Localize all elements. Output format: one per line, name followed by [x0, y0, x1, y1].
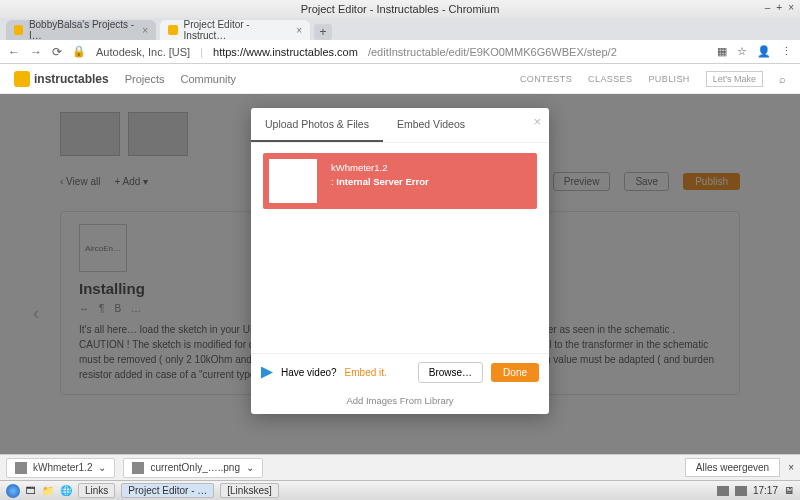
brand-text: instructables: [34, 72, 109, 86]
tab-close-icon[interactable]: ×: [296, 25, 302, 36]
video-prompt: Have video?: [281, 367, 337, 378]
tab-upload[interactable]: Upload Photos & Files: [251, 108, 383, 142]
tab-title: Project Editor - Instruct…: [184, 19, 291, 41]
download-item[interactable]: kWhmeter1.2 ⌄: [6, 458, 115, 478]
close-shelf-button[interactable]: ×: [788, 462, 794, 473]
chevron-down-icon[interactable]: ⌄: [98, 462, 106, 473]
nav-publish[interactable]: PUBLISH: [648, 74, 689, 84]
taskbar-item[interactable]: Links: [78, 483, 115, 498]
search-icon[interactable]: ⌕: [779, 73, 786, 85]
robot-icon: [14, 71, 30, 87]
lock-icon[interactable]: 🔒: [72, 45, 86, 58]
upload-filename: kWhmeter1.2: [331, 161, 429, 175]
modal-close-button[interactable]: ×: [533, 114, 541, 129]
extension-icon[interactable]: ▦: [717, 45, 727, 58]
show-all-downloads-button[interactable]: Alles weergeven: [685, 458, 780, 477]
nav-reload-button[interactable]: ⟳: [52, 45, 62, 59]
download-shelf: kWhmeter1.2 ⌄ currentOnly_…..png ⌄ Alles…: [0, 454, 800, 480]
nav-projects[interactable]: Projects: [125, 73, 165, 85]
quicklaunch-icon[interactable]: 🌐: [60, 485, 72, 496]
done-button[interactable]: Done: [491, 363, 539, 382]
window-minimize-button[interactable]: –: [765, 2, 771, 13]
tab-close-icon[interactable]: ×: [142, 25, 148, 36]
embed-link[interactable]: Embed it.: [345, 367, 387, 378]
browser-tab[interactable]: Project Editor - Instruct… ×: [160, 20, 310, 40]
security-label: Autodesk, Inc. [US]: [96, 46, 190, 58]
taskbar-item[interactable]: [Linkskes]: [220, 483, 278, 498]
nav-back-button[interactable]: ←: [8, 45, 20, 59]
address-bar: ← → ⟳ 🔒 Autodesk, Inc. [US] | https://ww…: [0, 40, 800, 64]
upload-modal: × Upload Photos & Files Embed Videos kWh…: [251, 108, 549, 414]
start-menu-button[interactable]: [6, 484, 20, 498]
tray-monitor-icon[interactable]: 🖥: [784, 485, 794, 496]
profile-icon[interactable]: 👤: [757, 45, 771, 58]
upload-error-card: kWhmeter1.2 : Internal Server Error: [263, 153, 537, 209]
chevron-down-icon[interactable]: ⌄: [246, 462, 254, 473]
login-button[interactable]: Let's Make: [706, 71, 763, 87]
tab-embed-videos[interactable]: Embed Videos: [383, 108, 479, 142]
browser-tabstrip: BobbyBalsa's Projects - I… × Project Edi…: [0, 18, 800, 40]
tray-volume-icon[interactable]: [735, 486, 747, 496]
upload-error-message: Internal Server Error: [336, 176, 428, 187]
url-host[interactable]: https://www.instructables.com: [213, 46, 358, 58]
bookmark-icon[interactable]: ☆: [737, 45, 747, 58]
favicon-icon: [168, 25, 178, 35]
file-thumbnail: [269, 159, 317, 203]
nav-forward-button[interactable]: →: [30, 45, 42, 59]
nav-classes[interactable]: CLASSES: [588, 74, 632, 84]
download-item[interactable]: currentOnly_…..png ⌄: [123, 458, 263, 478]
nav-community[interactable]: Community: [180, 73, 236, 85]
quicklaunch-icon[interactable]: 📁: [42, 485, 54, 496]
add-from-library-link[interactable]: Add Images From Library: [251, 391, 549, 414]
favicon-icon: [14, 25, 23, 35]
new-tab-button[interactable]: +: [314, 24, 332, 40]
tray-network-icon[interactable]: [717, 486, 729, 496]
window-title: Project Editor - Instructables - Chromiu…: [301, 3, 500, 15]
quicklaunch-icon[interactable]: 🗔: [26, 485, 36, 496]
menu-icon[interactable]: ⋮: [781, 45, 792, 58]
file-icon: [132, 462, 144, 474]
file-icon: [15, 462, 27, 474]
site-header: instructables Projects Community CONTEST…: [0, 64, 800, 94]
download-filename: kWhmeter1.2: [33, 462, 92, 473]
site-logo[interactable]: instructables: [14, 71, 109, 87]
tab-title: BobbyBalsa's Projects - I…: [29, 19, 136, 41]
download-filename: currentOnly_…..png: [150, 462, 240, 473]
browse-button[interactable]: Browse…: [418, 362, 483, 383]
play-icon: [261, 367, 273, 379]
browser-tab[interactable]: BobbyBalsa's Projects - I… ×: [6, 20, 156, 40]
window-maximize-button[interactable]: +: [776, 2, 782, 13]
url-path[interactable]: /editInstructable/edit/E9KO0MMK6G6WBEX/s…: [368, 46, 617, 58]
os-taskbar: 🗔 📁 🌐 Links Project Editor - … [Linkskes…: [0, 480, 800, 500]
window-close-button[interactable]: ×: [788, 2, 794, 13]
taskbar-clock[interactable]: 17:17: [753, 485, 778, 496]
taskbar-item[interactable]: Project Editor - …: [121, 483, 214, 498]
nav-contests[interactable]: CONTESTS: [520, 74, 572, 84]
